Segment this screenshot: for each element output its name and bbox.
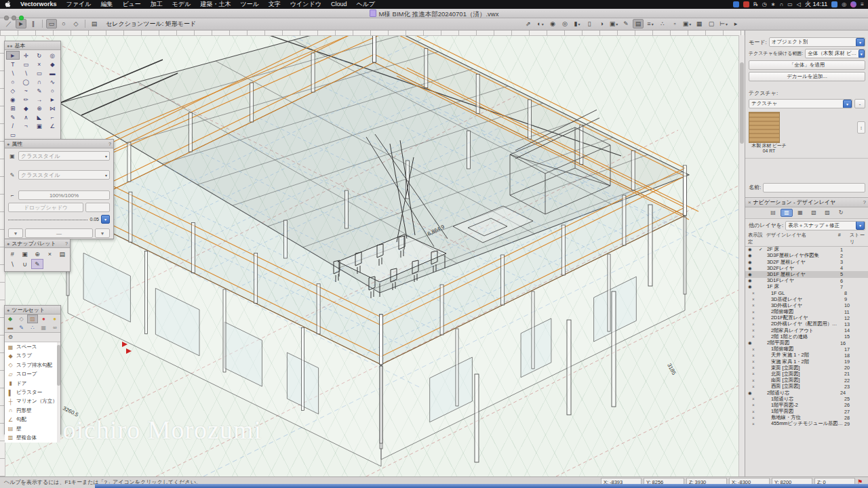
visibility-hidden-icon[interactable]: × [748, 384, 763, 389]
palette-close-icon[interactable]: ● [7, 241, 9, 246]
dropdown-icon[interactable]: ▾ [843, 100, 852, 108]
snap-tool-4[interactable]: ▤ [56, 249, 68, 259]
visibility-hidden-icon[interactable]: × [748, 396, 763, 401]
visibility-eye-icon[interactable]: ◉ [748, 390, 759, 396]
menu-item-3[interactable]: ビュー [117, 1, 145, 7]
menu-clock[interactable]: 火 14:11 [805, 0, 827, 9]
bluetooth-icon[interactable]: ∗ [771, 1, 776, 7]
basic-tool-1[interactable]: ✛ [20, 51, 33, 60]
visibility-hidden-icon[interactable]: × [748, 291, 763, 296]
status-clock-icon[interactable]: ◷ [762, 1, 767, 7]
menu-item-5[interactable]: モデル [167, 1, 196, 7]
snap-tool-1[interactable]: ▣ [18, 249, 31, 259]
drop-shadow-value[interactable] [85, 203, 110, 212]
line-weight-dropdown[interactable]: ▾ [101, 215, 110, 224]
basic-tool-22[interactable]: → [33, 95, 46, 104]
basic-tool-20[interactable]: ◉ [6, 95, 20, 104]
visibility-eye-icon[interactable]: ◉ [748, 260, 759, 265]
toolset-item-3[interactable]: ▱スロープ [5, 370, 60, 379]
pen-icon[interactable]: ✎ [8, 172, 16, 178]
dropdown-icon[interactable]: ▾ [859, 49, 865, 58]
basic-tool-21[interactable]: ✏ [20, 95, 33, 104]
visibility-hidden-icon[interactable]: × [748, 347, 763, 352]
apply-all-button[interactable]: 「全体」を適用 [749, 60, 865, 70]
basic-tool-35[interactable]: ∠ [46, 121, 60, 130]
visibility-eye-icon[interactable]: ◉ [748, 340, 759, 346]
basic-tool-28[interactable]: ✎ [6, 113, 20, 121]
view-tool-10[interactable]: ≡▾ [645, 19, 656, 28]
basic-tool-24[interactable]: ⊞ [6, 104, 20, 113]
view-tool-15[interactable]: ▢ [706, 19, 717, 28]
status-app-icon-blue2[interactable] [831, 1, 837, 7]
menu-item-9[interactable]: ウインドウ [285, 1, 326, 7]
basic-tool-14[interactable]: ∩ [33, 77, 46, 86]
mode-tool-6[interactable]: ◇ [71, 19, 81, 28]
visibility-eye-icon[interactable]: ◉ [748, 272, 759, 277]
snap-tool-7[interactable]: ✎ [31, 259, 43, 269]
texture-stepper[interactable]: ↕ [857, 121, 865, 134]
toolset-category-8[interactable]: ▦ [38, 323, 49, 332]
basic-tool-27[interactable]: ⋈ [46, 104, 60, 113]
basic-tool-6[interactable]: × [33, 60, 46, 68]
view-tool-0[interactable]: ⇗ [523, 19, 534, 28]
control-center-icon[interactable]: ≡ [861, 1, 864, 7]
display-icon[interactable]: ▭ [787, 1, 793, 7]
view-tool-2[interactable]: ◉ [547, 19, 558, 28]
basic-palette-titlebar[interactable]: ●● 基本 [5, 41, 60, 50]
help-icon[interactable]: ? [108, 142, 111, 146]
basic-tool-16[interactable]: ◇ [6, 86, 20, 95]
toolset-item-1[interactable]: ◆スラブ [5, 352, 60, 361]
mode-tool-8[interactable]: ▤ [89, 19, 100, 28]
status-app-icon-blue[interactable] [733, 1, 739, 7]
visibility-hidden-icon[interactable]: × [748, 365, 763, 370]
menu-item-6[interactable]: 建築・土木 [195, 1, 235, 7]
view-tool-1[interactable]: ◐▾ [535, 19, 546, 28]
end-marker-button[interactable]: ▾ [95, 228, 110, 238]
texture-range-select[interactable]: 全体（木製 床材 ビーチ 04 RT）▾ [805, 49, 865, 58]
visibility-hidden-icon[interactable]: × [748, 378, 763, 383]
basic-tool-31[interactable]: ⌐ [46, 113, 60, 121]
basic-tool-32[interactable]: / [6, 121, 20, 130]
basic-tool-17[interactable]: ~ [20, 86, 33, 95]
navigation-tab-3[interactable]: ▧ [808, 209, 820, 217]
navigation-tab-4[interactable]: ▨ [821, 209, 833, 217]
visibility-hidden-icon[interactable]: × [748, 403, 763, 407]
visibility-hidden-icon[interactable]: × [748, 297, 763, 302]
toolset-category-6[interactable]: ✎ [16, 323, 26, 332]
toolset-category-9[interactable]: ∞ [50, 323, 60, 332]
navigation-tab-2[interactable]: ▦ [794, 209, 806, 217]
texture-select[interactable]: テクスチャ▾ [749, 99, 852, 108]
toolset-category-0[interactable]: ◆ [5, 314, 16, 323]
spotlight-icon[interactable]: ◎ [842, 1, 846, 7]
toolset-item-4[interactable]: ▮ドア [5, 379, 60, 388]
visibility-hidden-icon[interactable]: × [748, 353, 763, 358]
toolset-scrollbar[interactable] [57, 342, 60, 443]
basic-tool-12[interactable]: ○ [6, 77, 20, 86]
basic-tool-15[interactable]: ∿ [46, 77, 60, 86]
visibility-eye-icon[interactable]: ◉ [748, 284, 759, 289]
siri-icon[interactable] [850, 1, 856, 7]
visibility-hidden-icon[interactable]: × [748, 322, 763, 327]
basic-tool-10[interactable]: ▭ [33, 68, 46, 77]
attributes-palette-titlebar[interactable]: ● 属性 ? [5, 140, 113, 148]
visibility-hidden-icon[interactable]: × [748, 303, 763, 308]
gear-icon[interactable]: ⚙ [7, 334, 14, 340]
basic-tool-36[interactable]: ▭ [6, 130, 20, 139]
toolset-category-3[interactable]: ● [38, 314, 49, 323]
visibility-hidden-icon[interactable]: × [748, 359, 763, 364]
view-tool-3[interactable]: ◎ [559, 19, 570, 28]
start-marker-button[interactable]: ▾ [8, 228, 23, 238]
basic-tool-7[interactable]: ◆ [46, 60, 60, 68]
basic-tool-5[interactable]: ▭ [20, 60, 33, 68]
toolset-gear-row[interactable]: ⚙ [5, 333, 60, 342]
visibility-eye-icon[interactable]: ◉ [748, 266, 759, 271]
add-decal-button[interactable]: デカールを追加... [749, 72, 865, 81]
toolset-palette-titlebar[interactable]: ● ツールセット [5, 306, 60, 314]
toolset-item-2[interactable]: ◇スラブ排水勾配 [5, 361, 60, 369]
opacity-button[interactable]: 100%/100% [18, 190, 110, 200]
palette-close-icon[interactable]: ● [7, 142, 9, 146]
view-tool-13[interactable]: ▣▾ [682, 19, 692, 28]
basic-tool-29[interactable]: ∧ [20, 113, 33, 121]
canvas-scrollbar[interactable] [738, 35, 745, 476]
view-tool-9[interactable]: ▤ [633, 19, 644, 28]
